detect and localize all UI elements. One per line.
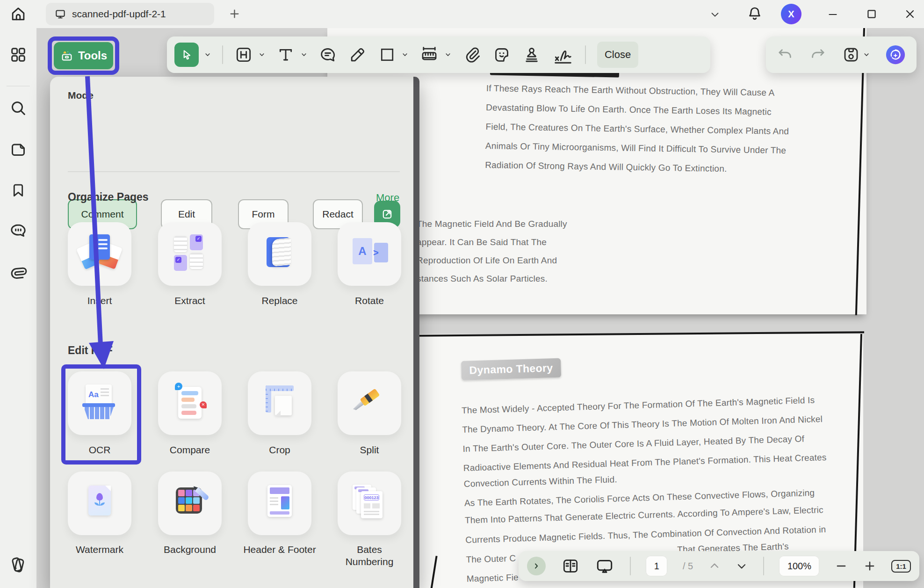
header-footer-label: Header & Footer [242,544,317,556]
close-toolbar-button[interactable]: Close [597,42,638,68]
scan-text-line: Magnetic Fie [466,573,519,584]
insert-illustration-icon [81,234,118,274]
scan-text-line: The Magnetic Field And Be Gradually [417,219,567,229]
minimize-button[interactable] [827,8,839,21]
stamp-icon[interactable] [522,45,541,64]
save-icon[interactable] [842,45,860,64]
insert-card[interactable] [68,222,131,286]
highlighter-icon[interactable] [348,45,367,64]
bates-numbering-card[interactable]: 000123 [338,472,401,535]
chevron-right-icon [532,561,541,571]
text-tool-icon[interactable] [276,45,295,64]
chevron-down-icon [710,9,720,20]
select-tool-button[interactable] [174,43,199,67]
toolbox-icon [60,49,74,63]
page-up-icon[interactable] [708,560,721,572]
scan-text-line: Them Into Patterns That Generate Electri… [465,505,823,526]
chevron-down-icon[interactable] [445,51,451,58]
tab-title: scanned-pdf-updf-2-1 [72,8,166,20]
scan-text-line: The Dynamo Theory. At The Core Of This T… [462,414,823,435]
bookmark-icon [9,181,27,199]
scan-text-line: Reproduction Of Life On Earth And [417,255,557,266]
page-total-label: / 5 [683,561,693,572]
watermark-label: Watermark [62,544,137,556]
bates-illustration-icon: 000123 [351,484,388,523]
maximize-icon [865,7,878,21]
organize-more-link[interactable]: More [376,192,399,204]
page-number-input[interactable]: 1 [646,556,667,576]
apps-grid-icon [9,45,28,64]
ai-assistant-icon[interactable] [885,44,906,65]
tools-button[interactable]: Tools [54,42,113,69]
background-card[interactable] [158,472,222,535]
expand-panel-button[interactable] [527,557,546,575]
chevron-down-icon[interactable] [204,51,211,58]
attach-icon[interactable] [462,45,481,64]
actual-size-button[interactable]: 1:1 [891,560,911,573]
sidebar-item-comments[interactable] [9,221,28,240]
heading-tool-icon[interactable] [234,45,253,64]
document-tab[interactable]: scanned-pdf-updf-2-1 [46,3,214,25]
chevron-down-icon[interactable] [402,51,408,58]
insert-label: Insert [62,295,137,307]
tools-panel: Mode Comment Edit Form Redact Organize P… [50,77,419,588]
maximize-button[interactable] [865,7,878,21]
scan-text-line: Radioactive Elements And Residual Heat F… [463,452,826,473]
annotation-toolbar: Close [167,36,710,73]
new-tab-button[interactable] [228,7,241,20]
rotate-label: Rotate [332,295,407,307]
undo-icon[interactable] [776,46,794,64]
home-button[interactable] [9,5,27,23]
notifications-button[interactable] [746,5,763,22]
scan-text-line: The Most Widely - Accepted Theory For Th… [462,395,815,416]
compare-card[interactable]: + ✕ [158,371,222,435]
dropdown-button[interactable] [710,9,720,20]
chevron-down-icon[interactable] [259,51,265,58]
extract-card[interactable]: ✓ ✓ [158,222,222,286]
comment-bubble-icon[interactable] [318,45,337,64]
sticker-icon[interactable] [492,45,511,64]
scan-text-line: As The Earth Rotates, The Coriolis Force… [464,488,815,508]
toolbar-divider [222,45,223,64]
tools-button-label: Tools [78,49,107,62]
chevron-down-icon[interactable] [863,51,870,58]
page-thumbnails-icon [9,140,28,159]
shape-square-icon[interactable] [378,46,396,64]
close-window-button[interactable] [903,7,917,21]
presentation-icon[interactable] [595,556,614,576]
header-footer-illustration-icon [261,484,298,523]
header-footer-card[interactable] [248,472,311,535]
page2-heading: Dynamo Theory [461,358,561,380]
page-navigation-bar: 1 / 5 100% 1:1 [519,551,919,581]
compare-illustration-icon: + ✕ [171,384,209,423]
sidebar-item-search[interactable] [9,99,28,117]
measure-ruler-icon[interactable] [419,45,439,65]
zoom-level-input[interactable]: 100% [779,556,819,576]
sidebar-item-pages[interactable] [9,140,28,159]
sidebar-item-apps[interactable] [9,45,28,64]
split-illustration-icon [351,384,388,423]
document-type-icon [54,8,66,20]
chevron-down-icon[interactable] [301,51,307,58]
scan-text-line: The Outer C [466,553,516,565]
sidebar-item-bookmarks[interactable] [9,181,28,200]
sidebar-item-attachments[interactable] [9,262,28,281]
scan-text-line: In The Earth's Outer Core. The Outer Cor… [462,434,804,454]
statusbar-divider [630,557,631,575]
watermark-card[interactable] [68,472,131,535]
replace-card[interactable] [248,222,311,286]
two-page-view-icon[interactable] [561,557,580,575]
redo-icon[interactable] [809,46,827,64]
rotate-card[interactable]: A > [338,222,401,286]
zoom-out-icon[interactable] [835,559,848,573]
account-avatar[interactable]: X [781,4,801,24]
signature-icon[interactable] [552,44,574,65]
crop-card[interactable] [248,371,311,435]
page-down-icon[interactable] [736,560,748,572]
sidebar-item-swatches[interactable] [9,555,28,574]
toolbar-divider [585,45,586,64]
panel-scrollbar[interactable] [413,77,419,588]
split-card[interactable] [338,371,401,435]
extract-illustration-icon: ✓ ✓ [171,234,209,274]
zoom-in-icon[interactable] [863,559,876,573]
